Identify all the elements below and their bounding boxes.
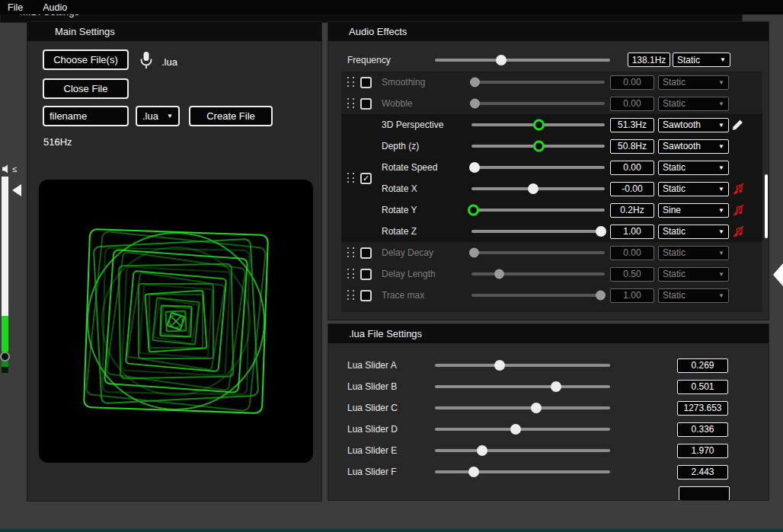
effect-value-box[interactable]: 0.50 xyxy=(610,267,654,282)
effect-slider[interactable] xyxy=(471,123,605,126)
effect-type-dropdown[interactable]: Sawtooth ▼ xyxy=(658,118,729,132)
effect-checkbox[interactable] xyxy=(360,290,372,301)
effect-type-dropdown[interactable]: Static ▼ xyxy=(658,75,729,90)
effect-checkbox[interactable] xyxy=(360,269,372,280)
effect-value-box[interactable]: 1.00 xyxy=(610,225,654,239)
slider-thumb[interactable] xyxy=(533,119,545,131)
lua-value-box[interactable]: 2.443 xyxy=(677,465,728,479)
drag-handle-icon[interactable] xyxy=(347,247,355,258)
slider-thumb[interactable] xyxy=(528,183,539,194)
slider-thumb[interactable] xyxy=(496,55,507,65)
effect-type-dropdown[interactable]: Static ▼ xyxy=(658,97,729,111)
effect-checkbox[interactable] xyxy=(360,77,372,88)
chevron-down-icon: ▼ xyxy=(718,186,724,193)
slider-thumb[interactable] xyxy=(477,445,487,456)
slider-thumb[interactable] xyxy=(470,78,480,88)
lua-slider-label: Lua Slider C xyxy=(347,403,435,413)
lua-slider[interactable] xyxy=(435,449,610,452)
frequency-type-dropdown[interactable]: Static ▼ xyxy=(673,53,730,67)
effect-type-dropdown[interactable]: Sine ▼ xyxy=(658,203,729,218)
close-file-button[interactable]: Close File xyxy=(43,78,129,99)
effect-slider[interactable] xyxy=(471,251,605,254)
slider-thumb[interactable] xyxy=(469,248,479,258)
midi-off-icon[interactable] xyxy=(733,183,744,195)
slider-thumb[interactable] xyxy=(510,424,521,435)
slider-thumb[interactable] xyxy=(533,141,545,152)
drag-handle-icon[interactable] xyxy=(347,173,355,183)
lua-slider[interactable] xyxy=(435,428,610,431)
pencil-icon[interactable] xyxy=(732,119,744,131)
lua-slider[interactable] xyxy=(435,385,610,388)
slider-thumb[interactable] xyxy=(470,99,480,109)
frequency-value-box[interactable]: 138.1Hz xyxy=(628,53,670,67)
microphone-icon[interactable] xyxy=(139,51,153,72)
effect-checkbox[interactable] xyxy=(360,247,372,259)
effect-value-box[interactable]: -0.00 xyxy=(610,182,654,196)
effect-slider[interactable] xyxy=(471,166,605,169)
lua-slider[interactable] xyxy=(435,470,610,473)
slider-thumb[interactable] xyxy=(468,205,479,216)
drag-handle-icon[interactable] xyxy=(347,269,355,279)
lua-value-box[interactable]: 0.269 xyxy=(677,358,728,373)
effect-slider[interactable] xyxy=(471,230,605,233)
effect-type-dropdown[interactable]: Sawtooth ▼ xyxy=(658,139,729,154)
effect-type-dropdown[interactable]: Static ▼ xyxy=(658,161,729,175)
volume-slider-arrow[interactable] xyxy=(12,184,21,196)
effect-checkbox[interactable] xyxy=(360,98,372,110)
choose-file-button[interactable]: Choose File(s) xyxy=(43,49,129,70)
collapse-panel-arrow[interactable] xyxy=(773,263,783,286)
effect-type-dropdown[interactable]: Static ▼ xyxy=(658,246,729,260)
lua-value-box[interactable]: 1273.653 xyxy=(677,401,728,416)
menu-file[interactable]: File xyxy=(8,2,23,13)
create-file-button[interactable]: Create File xyxy=(189,106,273,126)
effect-value-box[interactable]: 51.3Hz xyxy=(610,118,654,132)
effect-value-box[interactable]: 1.00 xyxy=(610,288,654,303)
effect-label: Smoothing xyxy=(382,77,471,88)
slider-thumb[interactable] xyxy=(596,291,606,301)
effect-slider[interactable] xyxy=(471,294,605,297)
effect-slider[interactable] xyxy=(471,272,605,276)
effect-slider[interactable] xyxy=(471,145,605,148)
effect-value-box[interactable]: 50.8Hz xyxy=(610,139,654,154)
effect-value-box[interactable]: 0.00 xyxy=(610,75,654,90)
effect-value-box[interactable]: 0.2Hz xyxy=(610,203,654,218)
volume-slider-thumb[interactable] xyxy=(0,352,10,362)
lua-file-settings-panel: .lua File Settings Lua Slider A 0.269 Lu… xyxy=(328,323,769,501)
filename-input[interactable] xyxy=(43,106,129,126)
frequency-slider[interactable] xyxy=(435,59,610,62)
effect-value-box[interactable]: 0.00 xyxy=(610,97,654,111)
slider-thumb[interactable] xyxy=(494,360,505,371)
midi-off-icon[interactable] xyxy=(733,204,744,216)
effect-value-box[interactable]: 0.00 xyxy=(610,161,654,175)
effect-type-dropdown[interactable]: Static ▼ xyxy=(658,225,729,239)
partial-value-box[interactable] xyxy=(679,486,730,501)
effect-slider[interactable] xyxy=(471,209,605,212)
effect-type-dropdown[interactable]: Static ▼ xyxy=(658,288,729,303)
slider-thumb[interactable] xyxy=(531,403,542,413)
drag-handle-icon[interactable] xyxy=(347,98,355,109)
drag-handle-icon[interactable] xyxy=(347,77,355,88)
lua-slider[interactable] xyxy=(435,406,610,409)
menu-audio[interactable]: Audio xyxy=(43,2,67,13)
effect-type-dropdown[interactable]: Static ▼ xyxy=(658,182,729,196)
effect-group-checkbox[interactable]: ✓ xyxy=(360,173,372,184)
midi-off-icon[interactable] xyxy=(733,225,744,237)
file-extension-dropdown[interactable]: .lua ▼ xyxy=(136,106,180,126)
effect-slider[interactable] xyxy=(471,187,605,190)
slider-thumb[interactable] xyxy=(468,467,479,477)
lua-value-box[interactable]: 0.501 xyxy=(677,380,728,394)
effect-slider[interactable] xyxy=(471,81,605,84)
slider-thumb[interactable] xyxy=(469,162,480,173)
effects-scrollbar[interactable] xyxy=(765,174,768,238)
lua-value-box[interactable]: 0.336 xyxy=(677,422,728,437)
effect-slider[interactable] xyxy=(471,102,605,105)
lua-slider[interactable] xyxy=(435,364,610,367)
slider-thumb[interactable] xyxy=(551,381,561,392)
lua-value-box[interactable]: 1.970 xyxy=(677,444,728,458)
slider-thumb[interactable] xyxy=(494,269,504,279)
drag-handle-icon[interactable] xyxy=(347,290,355,301)
effect-value-box[interactable]: 0.00 xyxy=(610,246,654,260)
slider-thumb[interactable] xyxy=(596,226,606,237)
volume-meter[interactable] xyxy=(2,177,8,373)
effect-type-dropdown[interactable]: Static ▼ xyxy=(658,267,729,282)
